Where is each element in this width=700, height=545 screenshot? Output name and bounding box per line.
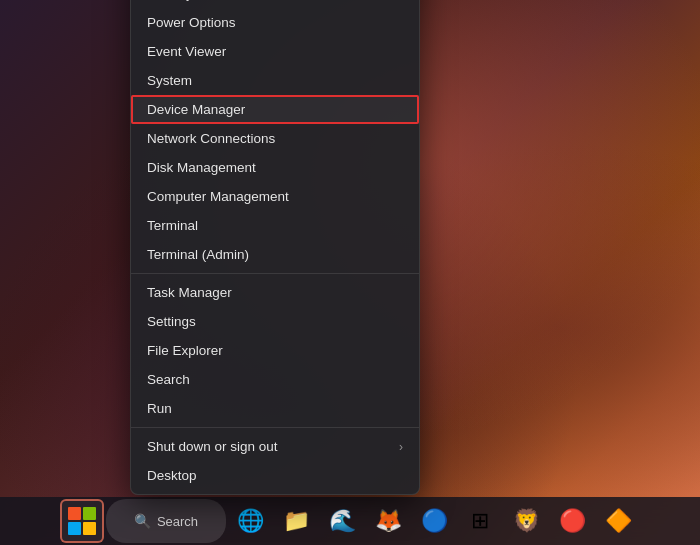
menu-label-device-manager: Device Manager [147,102,245,117]
widgets-icon: 🌐 [237,508,264,534]
apps-icon: ⊞ [471,508,489,534]
menu-label-terminal-admin: Terminal (Admin) [147,247,249,262]
menu-item-mobility-center[interactable]: Mobility Center [131,0,419,8]
menu-item-search[interactable]: Search [131,365,419,394]
brave-icon: 🦁 [513,508,540,534]
menu-label-disk-management: Disk Management [147,160,256,175]
menu-item-terminal-admin[interactable]: Terminal (Admin) [131,240,419,269]
separator-separator2 [131,427,419,428]
menu-item-run[interactable]: Run [131,394,419,423]
menu-label-file-explorer: File Explorer [147,343,223,358]
menu-item-power-options[interactable]: Power Options [131,8,419,37]
menu-item-device-manager[interactable]: Device Manager [131,95,419,124]
search-icon: 🔍 [134,513,151,529]
menu-label-power-options: Power Options [147,15,236,30]
menu-label-network-connections: Network Connections [147,131,275,146]
menu-label-run: Run [147,401,172,416]
menu-label-system: System [147,73,192,88]
menu-label-task-manager: Task Manager [147,285,232,300]
menu-label-terminal: Terminal [147,218,198,233]
menu-label-event-viewer: Event Viewer [147,44,226,59]
taskbar-items: 🔍 Search 🌐 📁 🌊 🦊 🔵 ⊞ 🦁 [60,499,640,543]
widgets-button[interactable]: 🌐 [228,499,272,543]
menu-label-computer-management: Computer Management [147,189,289,204]
menu-item-desktop[interactable]: Desktop [131,461,419,490]
opera-button[interactable]: 🔶 [596,499,640,543]
menu-item-settings[interactable]: Settings [131,307,419,336]
apps-button[interactable]: ⊞ [458,499,502,543]
chrome-icon: 🔴 [559,508,586,534]
taskbar: 🔍 Search 🌐 📁 🌊 🦊 🔵 ⊞ 🦁 [0,497,700,545]
edge-icon: 🌊 [329,508,356,534]
menu-item-computer-management[interactable]: Computer Management [131,182,419,211]
context-menu: Installed appsMobility CenterPower Optio… [130,0,420,495]
menu-item-disk-management[interactable]: Disk Management [131,153,419,182]
taskbar-search-label: Search [157,514,198,529]
start-button[interactable] [60,499,104,543]
file-explorer-button[interactable]: 📁 [274,499,318,543]
menu-item-event-viewer[interactable]: Event Viewer [131,37,419,66]
edge2-icon: 🔵 [421,508,448,534]
menu-label-settings: Settings [147,314,196,329]
edge2-button[interactable]: 🔵 [412,499,456,543]
firefox-button[interactable]: 🦊 [366,499,410,543]
menu-label-desktop: Desktop [147,468,197,483]
menu-label-shut-down: Shut down or sign out [147,439,278,454]
menu-item-file-explorer[interactable]: File Explorer [131,336,419,365]
windows-icon [68,507,96,535]
separator-separator1 [131,273,419,274]
edge-button[interactable]: 🌊 [320,499,364,543]
menu-item-network-connections[interactable]: Network Connections [131,124,419,153]
opera-icon: 🔶 [605,508,632,534]
menu-item-shut-down[interactable]: Shut down or sign out› [131,432,419,461]
brave-button[interactable]: 🦁 [504,499,548,543]
menu-label-mobility-center: Mobility Center [147,0,237,1]
menu-arrow-shut-down: › [399,440,403,454]
menu-item-system[interactable]: System [131,66,419,95]
folder-icon: 📁 [283,508,310,534]
chrome-button[interactable]: 🔴 [550,499,594,543]
taskbar-search[interactable]: 🔍 Search [106,499,226,543]
menu-item-task-manager[interactable]: Task Manager [131,278,419,307]
menu-label-search: Search [147,372,190,387]
menu-item-terminal[interactable]: Terminal [131,211,419,240]
firefox-icon: 🦊 [375,508,402,534]
